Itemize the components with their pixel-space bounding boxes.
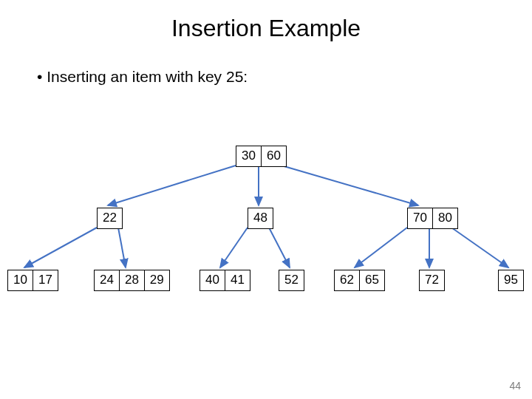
svg-line-9 — [451, 228, 508, 267]
svg-line-0 — [108, 166, 236, 205]
key-cell: 70 — [408, 208, 433, 228]
tree-node-leaf: 72 — [419, 270, 445, 291]
svg-line-3 — [24, 228, 97, 267]
key-cell: 22 — [98, 208, 122, 228]
key-cell: 30 — [236, 146, 262, 166]
tree-node-mid: 22 — [97, 208, 123, 229]
key-cell: 62 — [335, 270, 360, 290]
key-cell: 60 — [262, 146, 286, 166]
page-number: 44 — [509, 380, 521, 392]
tree-node-leaf: 40 41 — [200, 270, 250, 291]
key-cell: 29 — [145, 270, 169, 290]
key-cell: 65 — [360, 270, 384, 290]
key-cell: 80 — [433, 208, 457, 228]
tree-arrows — [0, 0, 532, 399]
key-cell: 24 — [95, 270, 120, 290]
slide-title: Insertion Example — [0, 0, 532, 42]
key-cell: 41 — [225, 270, 250, 290]
svg-line-5 — [220, 228, 248, 267]
key-cell: 95 — [499, 270, 523, 290]
bullet-point: Inserting an item with key 25: — [0, 68, 532, 86]
tree-node-leaf: 24 28 29 — [94, 270, 170, 291]
tree-node-leaf: 95 — [498, 270, 524, 291]
key-cell: 52 — [279, 270, 304, 290]
tree-node-leaf: 62 65 — [334, 270, 385, 291]
key-cell: 28 — [120, 270, 145, 290]
key-cell: 40 — [200, 270, 225, 290]
tree-node-root: 30 60 — [236, 146, 287, 167]
svg-line-4 — [118, 228, 126, 267]
tree-node-leaf: 10 17 — [7, 270, 58, 291]
svg-line-2 — [282, 166, 418, 205]
key-cell: 10 — [8, 270, 33, 290]
tree-node-mid: 48 — [248, 208, 273, 229]
tree-node-leaf: 52 — [279, 270, 304, 291]
key-cell: 48 — [248, 208, 273, 228]
tree-node-mid: 70 80 — [407, 208, 458, 229]
key-cell: 72 — [420, 270, 444, 290]
svg-line-6 — [269, 228, 290, 267]
svg-line-7 — [355, 228, 407, 267]
key-cell: 17 — [33, 270, 58, 290]
